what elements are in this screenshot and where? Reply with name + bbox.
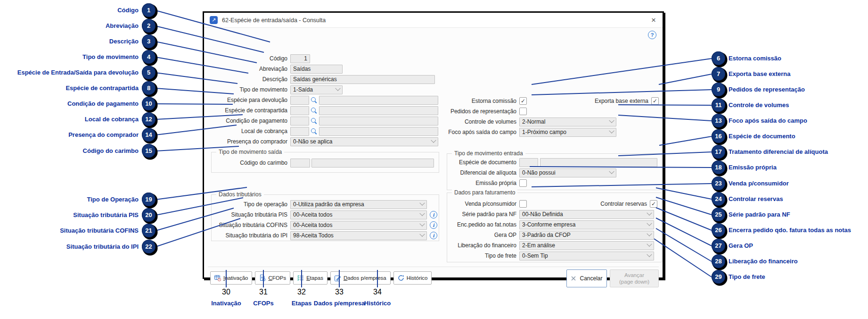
- tipo-frete-select[interactable]: 0-Sem Tip: [519, 252, 654, 260]
- callout-number: 5: [142, 66, 156, 79]
- callout-emissao-propria: 18Emissão própria: [712, 160, 777, 174]
- condicao-pagamento-desc: [319, 117, 438, 126]
- callout-tipo-frete: 29Tipo de frete: [712, 270, 765, 284]
- controle-volumes-select[interactable]: 2-Normal: [519, 118, 616, 126]
- exporta-base-checkbox[interactable]: ✓: [651, 97, 659, 105]
- window-title: 62-Espécie de entrada/saída - Consulta: [222, 17, 646, 24]
- venda-consumidor-label: Venda p/consumidor: [447, 201, 519, 207]
- checklist-icon: [297, 275, 304, 281]
- field-row-st-cofins: Situação tributária COFINS 00-Aceita tod…: [212, 220, 439, 230]
- callout-cfops: 31CFOPs: [253, 288, 273, 307]
- local-cobranca-code-input[interactable]: [290, 127, 309, 136]
- especie-devolucao-code-input[interactable]: [290, 96, 309, 105]
- diferencial-aliquota-select[interactable]: 0-Não possui: [519, 168, 616, 177]
- estorna-comissao-label: Estorna comissão: [447, 98, 519, 104]
- tipo-operacao-select[interactable]: 0-Utiliza padrão da empresa: [290, 200, 427, 209]
- liberacao-financeiro-select[interactable]: 2-Em análise: [519, 241, 654, 250]
- abreviacao-input[interactable]: Saídas: [290, 65, 343, 74]
- controlar-reservas-checkbox[interactable]: ✓: [650, 200, 657, 208]
- st-ipi-label: Situação tributária do IPI: [212, 232, 290, 239]
- descricao-input[interactable]: Saídas genéricas: [290, 75, 435, 84]
- emissao-propria-label: Emissão própria: [447, 180, 519, 186]
- presenca-comprador-select[interactable]: 0-Não se aplica: [290, 137, 438, 146]
- group-title: Tipo de movimento saída: [216, 149, 284, 155]
- liberacao-financeiro-label: Liberação do financeiro: [447, 242, 519, 249]
- dados-empresa-button[interactable]: Dados p/empresa: [330, 271, 391, 285]
- document-gear-icon: [259, 275, 266, 281]
- especie-contrapartida-code-input[interactable]: [290, 106, 309, 115]
- gera-op-select[interactable]: 3-Padrão da CFOP: [519, 231, 654, 240]
- callout-estorna-comissao: 6Estorna comissão: [712, 51, 781, 65]
- field-row-controle-volumes: Controle de volumes 2-Normal: [447, 117, 659, 127]
- avancar-button[interactable]: Avançar (page down): [610, 269, 659, 287]
- callout-number: 26: [712, 223, 725, 237]
- chevron-down-icon: [609, 118, 614, 123]
- especie-devolucao-label: Espécie para devolução: [211, 97, 290, 103]
- chevron-down-icon: [647, 210, 652, 216]
- estorna-comissao-checkbox[interactable]: ✓: [519, 97, 527, 105]
- callout-historico: 34Histórico: [364, 288, 391, 307]
- callout-st-pis: Situação tributária PIS20: [73, 208, 156, 222]
- info-icon[interactable]: i: [430, 211, 437, 218]
- callout-number: 13: [712, 114, 725, 127]
- annotated-screenshot: ↗ 62-Espécie de entrada/saída - Consulta…: [0, 0, 868, 319]
- field-row-diferencial-aliquota: Diferencial de alíquota 0-Não possui: [447, 168, 662, 178]
- search-icon[interactable]: [311, 107, 318, 114]
- callout-number: 1: [142, 3, 156, 17]
- callout-number: 17: [712, 145, 725, 159]
- search-icon[interactable]: [311, 127, 318, 135]
- callout-number: 6: [712, 51, 725, 65]
- search-icon[interactable]: [311, 96, 318, 104]
- codigo-carimbo-code-input[interactable]: [290, 159, 310, 168]
- callout-serie-nf: 25Série padrão para NF: [712, 208, 790, 221]
- enc-pedido-select[interactable]: 3-Conforme empresa: [519, 220, 654, 229]
- condicao-pagamento-code-input[interactable]: [290, 117, 309, 126]
- callout-number: 7: [712, 67, 725, 81]
- emissao-propria-checkbox[interactable]: ✓: [519, 179, 527, 187]
- cancelar-button[interactable]: Cancelar: [566, 269, 607, 287]
- callout-st-ipi: Situação tributária do IPI22: [66, 240, 156, 253]
- st-cofins-select[interactable]: 00-Aceita todos: [290, 221, 427, 230]
- callout-number: 12: [142, 112, 156, 126]
- st-pis-select[interactable]: 00-Aceita todos: [290, 210, 427, 219]
- especie-contrapartida-label: Espécie de contrapartida: [211, 107, 290, 114]
- info-icon[interactable]: i: [430, 232, 437, 239]
- check-icon: ✓: [653, 98, 657, 104]
- field-row-especie-documento: Espécie de documento: [447, 157, 662, 168]
- chevron-down-icon: [419, 201, 425, 206]
- callout-controle-volumes: 11Controle de volumes: [712, 98, 789, 112]
- venda-consumidor-checkbox[interactable]: ✓: [519, 200, 527, 208]
- codigo-input[interactable]: 1: [290, 54, 310, 63]
- close-icon[interactable]: ×: [650, 16, 657, 24]
- local-cobranca-desc: [319, 127, 438, 136]
- field-row-condicao-pagamento: Condição de pagamento: [211, 116, 438, 126]
- field-row-gera-op: Gera OP 3-Padrão da CFOP: [447, 230, 662, 240]
- tipo-movimento-select[interactable]: 1-Saída: [290, 85, 343, 94]
- callout-number: 29: [712, 270, 725, 284]
- etapas-button[interactable]: Etapas: [293, 271, 328, 285]
- right-column-top: Estorna comissão ✓ Exporta base externa …: [447, 96, 659, 137]
- historico-button[interactable]: Histórico: [393, 271, 432, 285]
- footer-divider: [208, 267, 659, 267]
- exporta-base-label: Exporta base externa: [595, 98, 651, 104]
- info-icon[interactable]: i: [430, 221, 437, 229]
- callout-descricao: Descrição3: [109, 34, 156, 48]
- chevron-down-icon: [609, 169, 614, 174]
- cfops-button[interactable]: CFOPs: [255, 271, 290, 285]
- callout-condicao-pagamento: Condição de pagamento10: [67, 97, 156, 110]
- search-icon[interactable]: [311, 117, 318, 125]
- callout-etapas: 32Etapas: [292, 288, 312, 307]
- inativacao-button[interactable]: Inativação: [210, 271, 252, 285]
- pedidos-representacao-checkbox[interactable]: ✓: [519, 108, 527, 115]
- group-title: Dados tributários: [216, 191, 264, 198]
- chevron-down-icon: [647, 221, 652, 226]
- especie-documento-code-input[interactable]: [519, 158, 538, 167]
- st-ipi-select[interactable]: 98-Aceita Todos: [290, 231, 427, 240]
- serie-nf-select[interactable]: 00-Não Definida: [519, 210, 654, 219]
- check-icon: ✓: [521, 98, 525, 104]
- controlar-reservas-label: Controlar reservas: [600, 201, 650, 207]
- field-row-serie-nf: Série padrão para NF 00-Não Definida: [447, 209, 662, 219]
- gera-op-label: Gera OP: [447, 232, 519, 238]
- foco-apos-select[interactable]: 1-Próximo campo: [519, 128, 616, 137]
- callout-number: 33: [335, 288, 344, 296]
